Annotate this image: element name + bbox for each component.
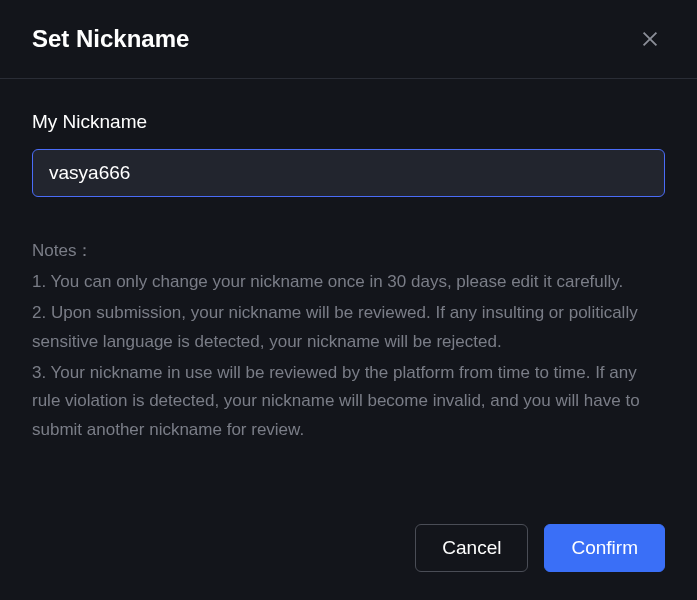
close-icon: [639, 28, 661, 50]
modal-body: My Nickname Notes： 1. You can only chang…: [0, 79, 697, 445]
note-item: 1. You can only change your nickname onc…: [32, 268, 665, 297]
confirm-button[interactable]: Confirm: [544, 524, 665, 572]
modal-footer: Cancel Confirm: [0, 496, 697, 600]
modal-title: Set Nickname: [32, 25, 189, 53]
nickname-input[interactable]: [32, 149, 665, 197]
note-item: 3. Your nickname in use will be reviewed…: [32, 359, 665, 446]
notes-heading: Notes：: [32, 237, 665, 266]
modal-header: Set Nickname: [0, 0, 697, 79]
nickname-label: My Nickname: [32, 111, 665, 133]
cancel-button[interactable]: Cancel: [415, 524, 528, 572]
note-item: 2. Upon submission, your nickname will b…: [32, 299, 665, 357]
close-button[interactable]: [635, 24, 665, 54]
notes-section: Notes： 1. You can only change your nickn…: [32, 237, 665, 445]
